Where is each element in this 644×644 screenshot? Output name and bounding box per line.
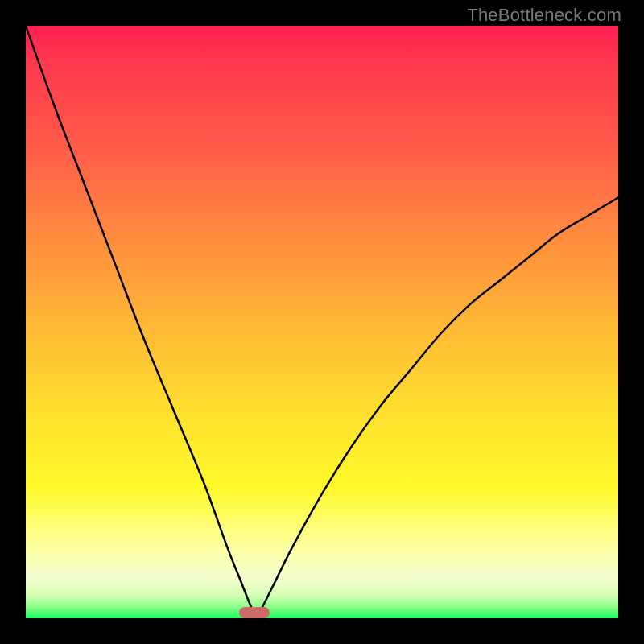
chart-frame: TheBottleneck.com [0,0,644,644]
plot-area [26,26,618,618]
optimal-marker [239,607,270,618]
watermark-text: TheBottleneck.com [467,5,621,26]
bottleneck-curve [26,26,618,618]
